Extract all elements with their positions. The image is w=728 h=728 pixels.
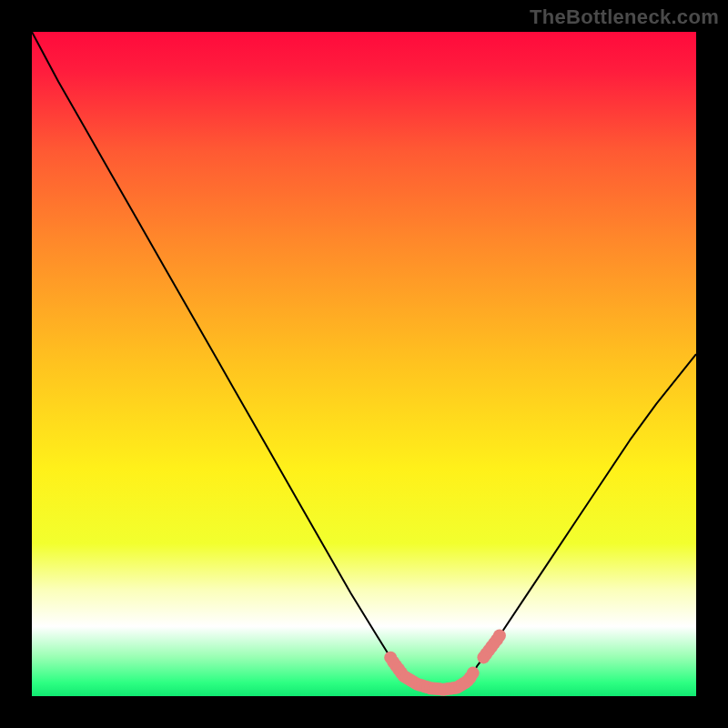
chart-stage: TheBottleneck.com xyxy=(0,0,728,728)
bottleneck-chart xyxy=(0,0,728,728)
plot-background xyxy=(32,32,696,696)
svg-point-38 xyxy=(493,630,506,642)
svg-point-31 xyxy=(467,667,480,680)
